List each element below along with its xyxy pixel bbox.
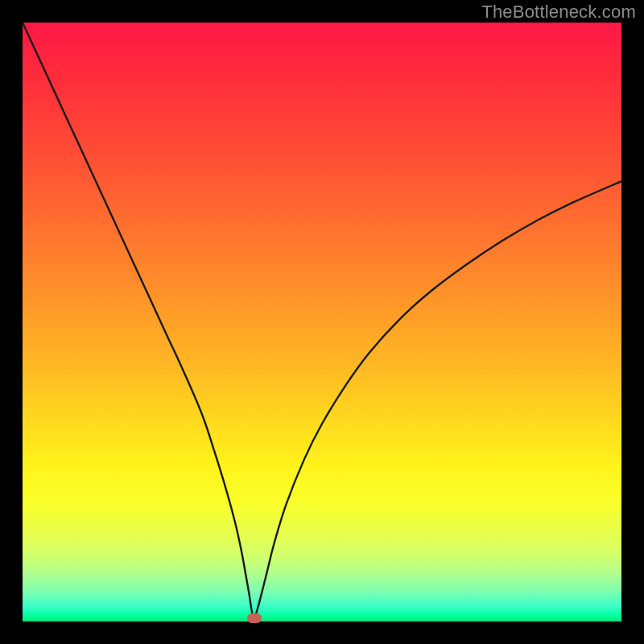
bottleneck-curve <box>23 23 621 619</box>
watermark-text: TheBottleneck.com <box>481 2 636 23</box>
curve-svg <box>23 23 621 621</box>
chart-stage: TheBottleneck.com <box>0 0 644 644</box>
plot-area <box>23 23 621 621</box>
minimum-marker <box>247 613 262 623</box>
